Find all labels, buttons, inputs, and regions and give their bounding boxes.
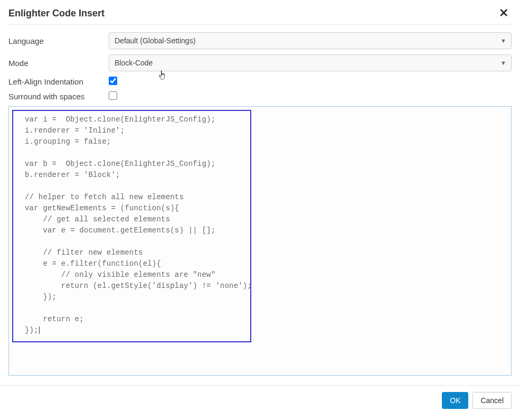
row-left-align: Left-Align Indentation bbox=[8, 77, 512, 86]
row-surround: Surround with spaces bbox=[8, 91, 512, 101]
close-icon[interactable]: ✕ bbox=[496, 6, 512, 20]
left-align-label: Left-Align Indentation bbox=[8, 77, 109, 86]
mode-label: Mode bbox=[8, 59, 109, 68]
surround-checkbox[interactable] bbox=[109, 91, 117, 100]
code-editor[interactable]: var i = Object.clone(EnlighterJS_Config)… bbox=[8, 106, 512, 376]
mode-select-wrap: Block-Code ▼ bbox=[109, 54, 512, 71]
surround-checkbox-wrap bbox=[109, 91, 118, 101]
row-mode: Mode Block-Code ▼ bbox=[8, 54, 512, 71]
language-label: Language bbox=[8, 36, 109, 45]
mode-select[interactable]: Block-Code bbox=[109, 54, 512, 71]
surround-label: Surround with spaces bbox=[8, 92, 109, 101]
text-cursor bbox=[39, 326, 40, 334]
language-select[interactable]: Default (Global-Settings) bbox=[109, 32, 512, 49]
dialog-title: Enlighter Code Insert bbox=[8, 8, 105, 19]
code-text: var i = Object.clone(EnlighterJS_Config)… bbox=[25, 115, 252, 334]
left-align-checkbox-wrap bbox=[109, 77, 118, 86]
ok-button[interactable]: OK bbox=[442, 392, 468, 409]
dialog-footer: OK Cancel bbox=[0, 385, 520, 415]
dialog: Enlighter Code Insert ✕ Language Default… bbox=[0, 0, 520, 376]
row-language: Language Default (Global-Settings) ▼ bbox=[8, 32, 512, 49]
code-selection: var i = Object.clone(EnlighterJS_Config)… bbox=[12, 110, 251, 342]
language-select-wrap: Default (Global-Settings) ▼ bbox=[109, 32, 512, 49]
cancel-button[interactable]: Cancel bbox=[472, 392, 512, 409]
left-align-checkbox[interactable] bbox=[109, 77, 117, 85]
dialog-header: Enlighter Code Insert ✕ bbox=[8, 6, 512, 25]
